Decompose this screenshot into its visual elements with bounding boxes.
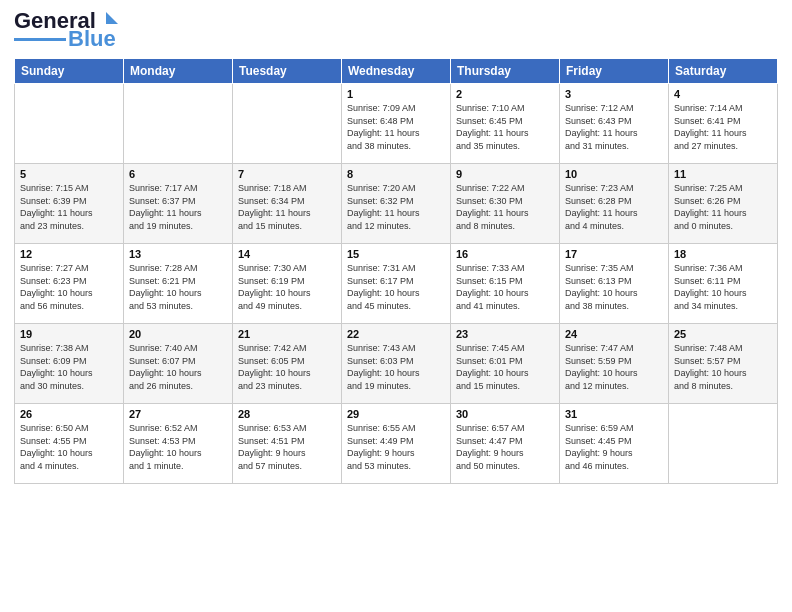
day-info: Sunrise: 7:20 AM Sunset: 6:32 PM Dayligh… bbox=[347, 182, 445, 232]
day-info: Sunrise: 7:09 AM Sunset: 6:48 PM Dayligh… bbox=[347, 102, 445, 152]
day-cell: 31Sunrise: 6:59 AM Sunset: 4:45 PM Dayli… bbox=[560, 404, 669, 484]
week-row-2: 5Sunrise: 7:15 AM Sunset: 6:39 PM Daylig… bbox=[15, 164, 778, 244]
week-row-3: 12Sunrise: 7:27 AM Sunset: 6:23 PM Dayli… bbox=[15, 244, 778, 324]
day-cell: 6Sunrise: 7:17 AM Sunset: 6:37 PM Daylig… bbox=[124, 164, 233, 244]
day-cell: 26Sunrise: 6:50 AM Sunset: 4:55 PM Dayli… bbox=[15, 404, 124, 484]
day-info: Sunrise: 7:42 AM Sunset: 6:05 PM Dayligh… bbox=[238, 342, 336, 392]
day-info: Sunrise: 6:53 AM Sunset: 4:51 PM Dayligh… bbox=[238, 422, 336, 472]
day-number: 23 bbox=[456, 328, 554, 340]
day-info: Sunrise: 7:17 AM Sunset: 6:37 PM Dayligh… bbox=[129, 182, 227, 232]
day-info: Sunrise: 6:59 AM Sunset: 4:45 PM Dayligh… bbox=[565, 422, 663, 472]
logo-blue-text: Blue bbox=[68, 28, 116, 50]
day-number: 25 bbox=[674, 328, 772, 340]
day-number: 16 bbox=[456, 248, 554, 260]
day-info: Sunrise: 7:47 AM Sunset: 5:59 PM Dayligh… bbox=[565, 342, 663, 392]
day-cell: 30Sunrise: 6:57 AM Sunset: 4:47 PM Dayli… bbox=[451, 404, 560, 484]
weekday-header-wednesday: Wednesday bbox=[342, 59, 451, 84]
day-cell: 7Sunrise: 7:18 AM Sunset: 6:34 PM Daylig… bbox=[233, 164, 342, 244]
day-number: 3 bbox=[565, 88, 663, 100]
day-cell: 12Sunrise: 7:27 AM Sunset: 6:23 PM Dayli… bbox=[15, 244, 124, 324]
day-cell: 24Sunrise: 7:47 AM Sunset: 5:59 PM Dayli… bbox=[560, 324, 669, 404]
day-number: 4 bbox=[674, 88, 772, 100]
day-number: 28 bbox=[238, 408, 336, 420]
day-info: Sunrise: 7:15 AM Sunset: 6:39 PM Dayligh… bbox=[20, 182, 118, 232]
day-number: 21 bbox=[238, 328, 336, 340]
day-number: 31 bbox=[565, 408, 663, 420]
day-number: 9 bbox=[456, 168, 554, 180]
day-number: 20 bbox=[129, 328, 227, 340]
week-row-4: 19Sunrise: 7:38 AM Sunset: 6:09 PM Dayli… bbox=[15, 324, 778, 404]
day-cell bbox=[669, 404, 778, 484]
weekday-header-tuesday: Tuesday bbox=[233, 59, 342, 84]
day-number: 15 bbox=[347, 248, 445, 260]
day-info: Sunrise: 7:23 AM Sunset: 6:28 PM Dayligh… bbox=[565, 182, 663, 232]
day-number: 11 bbox=[674, 168, 772, 180]
day-info: Sunrise: 7:43 AM Sunset: 6:03 PM Dayligh… bbox=[347, 342, 445, 392]
day-info: Sunrise: 6:55 AM Sunset: 4:49 PM Dayligh… bbox=[347, 422, 445, 472]
day-cell: 28Sunrise: 6:53 AM Sunset: 4:51 PM Dayli… bbox=[233, 404, 342, 484]
day-number: 18 bbox=[674, 248, 772, 260]
header-row: SundayMondayTuesdayWednesdayThursdayFrid… bbox=[15, 59, 778, 84]
day-number: 19 bbox=[20, 328, 118, 340]
day-info: Sunrise: 7:14 AM Sunset: 6:41 PM Dayligh… bbox=[674, 102, 772, 152]
day-cell: 10Sunrise: 7:23 AM Sunset: 6:28 PM Dayli… bbox=[560, 164, 669, 244]
day-cell: 2Sunrise: 7:10 AM Sunset: 6:45 PM Daylig… bbox=[451, 84, 560, 164]
weekday-header-monday: Monday bbox=[124, 59, 233, 84]
day-number: 14 bbox=[238, 248, 336, 260]
day-cell bbox=[15, 84, 124, 164]
day-number: 30 bbox=[456, 408, 554, 420]
day-info: Sunrise: 7:45 AM Sunset: 6:01 PM Dayligh… bbox=[456, 342, 554, 392]
day-cell: 29Sunrise: 6:55 AM Sunset: 4:49 PM Dayli… bbox=[342, 404, 451, 484]
day-info: Sunrise: 6:52 AM Sunset: 4:53 PM Dayligh… bbox=[129, 422, 227, 472]
calendar-body: 1Sunrise: 7:09 AM Sunset: 6:48 PM Daylig… bbox=[15, 84, 778, 484]
day-info: Sunrise: 7:18 AM Sunset: 6:34 PM Dayligh… bbox=[238, 182, 336, 232]
day-cell: 18Sunrise: 7:36 AM Sunset: 6:11 PM Dayli… bbox=[669, 244, 778, 324]
day-number: 7 bbox=[238, 168, 336, 180]
day-cell: 13Sunrise: 7:28 AM Sunset: 6:21 PM Dayli… bbox=[124, 244, 233, 324]
weekday-header-sunday: Sunday bbox=[15, 59, 124, 84]
day-number: 13 bbox=[129, 248, 227, 260]
day-info: Sunrise: 7:27 AM Sunset: 6:23 PM Dayligh… bbox=[20, 262, 118, 312]
day-info: Sunrise: 7:35 AM Sunset: 6:13 PM Dayligh… bbox=[565, 262, 663, 312]
page-container: General Blue SundayMondayTuesdayWednesda… bbox=[0, 0, 792, 494]
day-number: 26 bbox=[20, 408, 118, 420]
day-info: Sunrise: 7:38 AM Sunset: 6:09 PM Dayligh… bbox=[20, 342, 118, 392]
day-info: Sunrise: 6:57 AM Sunset: 4:47 PM Dayligh… bbox=[456, 422, 554, 472]
day-cell: 21Sunrise: 7:42 AM Sunset: 6:05 PM Dayli… bbox=[233, 324, 342, 404]
svg-marker-0 bbox=[106, 12, 118, 24]
day-number: 1 bbox=[347, 88, 445, 100]
day-info: Sunrise: 7:10 AM Sunset: 6:45 PM Dayligh… bbox=[456, 102, 554, 152]
header: General Blue bbox=[14, 10, 778, 50]
day-cell: 1Sunrise: 7:09 AM Sunset: 6:48 PM Daylig… bbox=[342, 84, 451, 164]
day-cell: 22Sunrise: 7:43 AM Sunset: 6:03 PM Dayli… bbox=[342, 324, 451, 404]
weekday-header-saturday: Saturday bbox=[669, 59, 778, 84]
day-cell: 3Sunrise: 7:12 AM Sunset: 6:43 PM Daylig… bbox=[560, 84, 669, 164]
day-info: Sunrise: 7:40 AM Sunset: 6:07 PM Dayligh… bbox=[129, 342, 227, 392]
day-cell: 23Sunrise: 7:45 AM Sunset: 6:01 PM Dayli… bbox=[451, 324, 560, 404]
day-info: Sunrise: 7:33 AM Sunset: 6:15 PM Dayligh… bbox=[456, 262, 554, 312]
day-info: Sunrise: 7:12 AM Sunset: 6:43 PM Dayligh… bbox=[565, 102, 663, 152]
day-cell: 20Sunrise: 7:40 AM Sunset: 6:07 PM Dayli… bbox=[124, 324, 233, 404]
day-number: 2 bbox=[456, 88, 554, 100]
weekday-header-thursday: Thursday bbox=[451, 59, 560, 84]
day-cell: 14Sunrise: 7:30 AM Sunset: 6:19 PM Dayli… bbox=[233, 244, 342, 324]
day-info: Sunrise: 7:31 AM Sunset: 6:17 PM Dayligh… bbox=[347, 262, 445, 312]
day-cell: 25Sunrise: 7:48 AM Sunset: 5:57 PM Dayli… bbox=[669, 324, 778, 404]
week-row-5: 26Sunrise: 6:50 AM Sunset: 4:55 PM Dayli… bbox=[15, 404, 778, 484]
day-info: Sunrise: 7:30 AM Sunset: 6:19 PM Dayligh… bbox=[238, 262, 336, 312]
calendar-table: SundayMondayTuesdayWednesdayThursdayFrid… bbox=[14, 58, 778, 484]
day-number: 10 bbox=[565, 168, 663, 180]
day-cell: 27Sunrise: 6:52 AM Sunset: 4:53 PM Dayli… bbox=[124, 404, 233, 484]
day-info: Sunrise: 7:25 AM Sunset: 6:26 PM Dayligh… bbox=[674, 182, 772, 232]
calendar-header: SundayMondayTuesdayWednesdayThursdayFrid… bbox=[15, 59, 778, 84]
day-cell: 17Sunrise: 7:35 AM Sunset: 6:13 PM Dayli… bbox=[560, 244, 669, 324]
day-cell: 15Sunrise: 7:31 AM Sunset: 6:17 PM Dayli… bbox=[342, 244, 451, 324]
day-cell bbox=[124, 84, 233, 164]
day-cell: 16Sunrise: 7:33 AM Sunset: 6:15 PM Dayli… bbox=[451, 244, 560, 324]
week-row-1: 1Sunrise: 7:09 AM Sunset: 6:48 PM Daylig… bbox=[15, 84, 778, 164]
day-number: 5 bbox=[20, 168, 118, 180]
day-number: 24 bbox=[565, 328, 663, 340]
day-cell: 5Sunrise: 7:15 AM Sunset: 6:39 PM Daylig… bbox=[15, 164, 124, 244]
day-cell bbox=[233, 84, 342, 164]
day-cell: 11Sunrise: 7:25 AM Sunset: 6:26 PM Dayli… bbox=[669, 164, 778, 244]
